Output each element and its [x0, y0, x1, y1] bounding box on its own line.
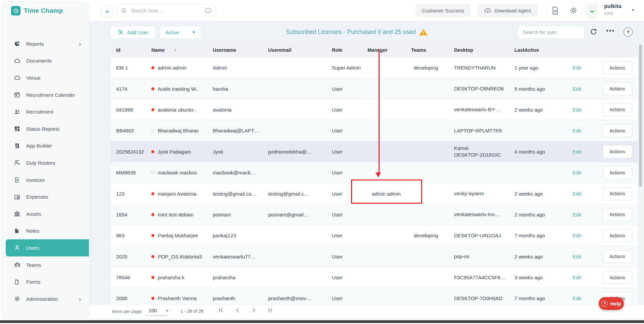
edit-link[interactable]: Edit: [560, 295, 597, 301]
table-row[interactable]: BB4902Bharadwaj BharacBharadwaj@LAPT…Use…: [111, 120, 638, 141]
last-page-button[interactable]: [267, 307, 273, 314]
actions-button[interactable]: Actions: [603, 166, 632, 179]
help-button[interactable]: ? Help: [599, 297, 624, 310]
column-header-teams[interactable]: Teams: [410, 47, 451, 53]
sidebar-item-app-builder[interactable]: App Builder: [2, 137, 89, 155]
sidebar-item-duty-rosters[interactable]: Duty Rosters: [2, 154, 89, 171]
sidebar-item-documents[interactable]: Documents: [2, 52, 89, 70]
sidebar-item-recruitment-calender[interactable]: Recruitment Calender: [2, 86, 89, 104]
add-user-button[interactable]: Add User: [110, 26, 156, 39]
first-page-button[interactable]: [218, 307, 224, 314]
status-filter-dropdown[interactable]: Active ▼: [160, 26, 201, 39]
edit-link[interactable]: Edit: [560, 149, 597, 155]
settings-button[interactable]: [569, 6, 578, 15]
avatar[interactable]: [587, 4, 598, 17]
previous-page-button[interactable]: [235, 307, 241, 314]
user-org: Amit: [604, 11, 613, 16]
column-header-name[interactable]: Name ↑: [150, 47, 210, 53]
cell-id: EM 1: [116, 65, 150, 71]
table-row[interactable]: 4174Audio tracking W..harshaUserDESKTOP-…: [111, 78, 638, 99]
edit-link[interactable]: Edit: [560, 212, 597, 217]
sidebar-item-forms[interactable]: Forms: [2, 273, 89, 290]
sidebar-collapse-button[interactable]: «: [102, 6, 112, 16]
actions-button[interactable]: Actions: [603, 271, 632, 284]
actions-button[interactable]: Actions: [603, 208, 632, 221]
edit-link[interactable]: Edit: [560, 170, 597, 175]
column-header-useremail[interactable]: Useremail: [265, 47, 326, 53]
actions-button[interactable]: Actions: [603, 61, 632, 74]
column-header-id[interactable]: Id: [116, 47, 150, 53]
next-page-button[interactable]: [251, 307, 257, 314]
actions-button[interactable]: Actions: [603, 187, 632, 200]
column-header-username[interactable]: Username: [210, 47, 265, 53]
edit-link[interactable]: Edit: [560, 275, 597, 280]
document-report-button[interactable]: [551, 6, 559, 16]
cell-id: MM9639: [116, 170, 150, 175]
edit-link[interactable]: Edit: [560, 254, 597, 259]
page-size-dropdown[interactable]: 100 ▼: [147, 308, 171, 314]
table-scrollbar-thumb[interactable]: [639, 44, 642, 187]
sidebar-item-status-reports[interactable]: Status Reports: [2, 120, 89, 137]
edit-link[interactable]: Edit: [560, 65, 597, 71]
search-icon: [121, 7, 127, 13]
cell-username: harsha: [210, 86, 265, 92]
sidebar-item-teams[interactable]: Teams: [2, 256, 89, 274]
status-dot-filled: [151, 87, 154, 90]
cell-name: Bharadwaj Bharac: [150, 128, 210, 133]
sidebar-item-expenses[interactable]: Expenses: [2, 188, 89, 205]
actions-button[interactable]: Actions: [603, 229, 632, 242]
column-header-lastactive[interactable]: LastActive: [510, 47, 560, 53]
table-row[interactable]: 041998avalonia ubuntu-.avaloniaUservenka…: [111, 99, 638, 120]
actions-button[interactable]: Actions: [603, 250, 632, 263]
column-header-manager[interactable]: Manager: [366, 47, 410, 53]
column-header-role[interactable]: Role: [326, 47, 366, 53]
table-row[interactable]: 2020POP_OS AValoniaSvenkateswarlu77…User…: [111, 246, 638, 267]
download-agent-button[interactable]: Download Agent: [477, 4, 538, 17]
sidebar-item-notes[interactable]: Notes: [2, 222, 89, 240]
sidebar-item-venue[interactable]: Venue: [2, 69, 89, 86]
edit-link[interactable]: Edit: [560, 233, 597, 238]
cell-username: Bharadwaj@LAPT…: [210, 128, 265, 133]
edit-link[interactable]: Edit: [560, 86, 597, 92]
cell-lastactive: 7 months ago: [510, 295, 560, 301]
cell-desktop: KamalDESKTOP-2D1810C: [451, 145, 510, 158]
sidebar-item-recruitment[interactable]: Recruitment: [2, 103, 89, 120]
sidebar-item-label: Reports: [26, 41, 44, 47]
table-row[interactable]: 1654mint test-debianpoonampoonam@gmail.……: [111, 204, 638, 225]
edit-link[interactable]: Edit: [560, 128, 597, 133]
column-header-desktop[interactable]: Desktop: [451, 47, 510, 53]
actions-button[interactable]: Actions: [603, 124, 632, 137]
last-page-icon: [267, 309, 273, 314]
sidebar-item-label: Invoices: [26, 177, 45, 183]
chevron-down-icon: ▼: [192, 30, 196, 35]
chevron-down-icon: ▼: [165, 309, 169, 313]
table-row[interactable]: EM 1admin adminAdminSuper Admindevelopin…: [111, 57, 638, 78]
user-name-text: Bharadwaj Bharac: [158, 128, 199, 133]
edit-link[interactable]: Edit: [560, 191, 597, 197]
more-options-button[interactable]: •••: [606, 27, 615, 34]
global-search-input[interactable]: [130, 7, 202, 14]
first-page-icon: [218, 309, 224, 314]
actions-button[interactable]: Actions: [603, 82, 632, 95]
table-row[interactable]: 2025624132Jyoti PadagamJyotijyothisreele…: [111, 141, 638, 162]
cell-role: User: [326, 149, 366, 155]
actions-button[interactable]: Actions: [603, 103, 632, 116]
customer-success-button[interactable]: Customer Success: [415, 4, 471, 17]
sidebar: Time Champ Reports›DocumentsVenueRecruit…: [1, 1, 89, 319]
sidebar-item-reports[interactable]: Reports›: [2, 35, 89, 52]
info-icon[interactable]: [205, 7, 211, 14]
sidebar-item-users[interactable]: Users: [6, 239, 89, 256]
sidebar-item-administration[interactable]: Administration›: [2, 290, 89, 308]
cell-name: macbook macboc: [150, 170, 210, 175]
refresh-button[interactable]: [589, 28, 598, 37]
table-row[interactable]: 78546praharsha kpraharshaUserF5C95A77A4C…: [111, 267, 638, 288]
user-menu-caret[interactable]: ▼: [629, 7, 637, 13]
user-search-input[interactable]: [522, 29, 580, 35]
sidebar-item-assets[interactable]: Assets: [2, 205, 89, 222]
sidebar-item-invoices[interactable]: $Invoices: [2, 171, 89, 189]
help-circle-button[interactable]: ?: [624, 28, 633, 37]
table-row[interactable]: 963Pankaj Mukharjeepankaj123Userdevelopi…: [111, 225, 638, 246]
edit-link[interactable]: Edit: [560, 107, 597, 113]
status-dot-filled: [151, 66, 154, 69]
actions-button[interactable]: Actions: [603, 145, 632, 158]
